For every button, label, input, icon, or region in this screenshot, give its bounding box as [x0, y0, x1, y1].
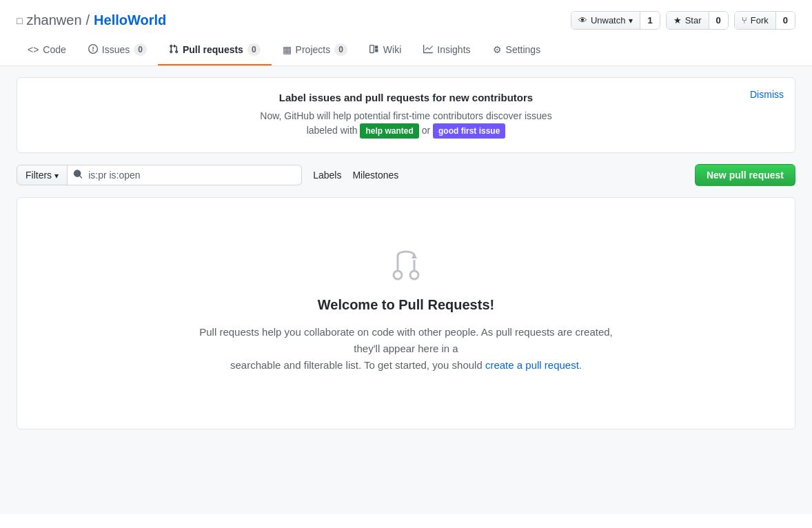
repo-header: □ zhanwen / HelloWorld 👁 Unwatch 1 ★ Sta… [0, 0, 812, 30]
tab-pull-requests[interactable]: Pull requests 0 [158, 35, 272, 65]
tab-insights[interactable]: Insights [412, 36, 481, 65]
new-pull-request-button[interactable]: New pull request [695, 164, 795, 186]
unwatch-label: Unwatch [591, 15, 626, 26]
unwatch-count[interactable]: 1 [640, 12, 659, 29]
repo-owner[interactable]: zhanwen [26, 12, 81, 28]
eye-icon: 👁 [578, 15, 587, 26]
help-wanted-label: help wanted [360, 123, 418, 139]
banner-text-before: Now, GitHub will help potential first-ti… [260, 110, 551, 121]
tab-projects[interactable]: ▦ Projects 0 [272, 35, 358, 65]
fork-count[interactable]: 0 [775, 12, 795, 29]
repo-title: □ zhanwen / HelloWorld [17, 12, 166, 28]
search-input[interactable] [68, 165, 302, 185]
banner-text-middle: labeled with [307, 125, 358, 136]
empty-state-description: Pull requests help you collaborate on co… [199, 324, 613, 374]
tab-issues[interactable]: Issues 0 [77, 35, 158, 65]
empty-desc-after: searchable and filterable list. To get s… [230, 359, 483, 371]
filters-chevron-icon [54, 170, 59, 181]
repo-icon: □ [17, 15, 22, 26]
pull-request-empty-icon [384, 239, 428, 283]
filters-label: Filters [26, 170, 52, 181]
star-button[interactable]: ★ Star [667, 12, 709, 29]
contributor-banner: Dismiss Label issues and pull requests f… [17, 77, 795, 153]
settings-icon: ⚙ [493, 44, 502, 55]
pull-request-icon [169, 44, 179, 56]
fork-icon: ⑂ [742, 15, 747, 26]
labels-link[interactable]: Labels [313, 170, 341, 181]
unwatch-button[interactable]: 👁 Unwatch [571, 12, 640, 29]
banner-text-or: or [422, 125, 430, 136]
empty-state: Welcome to Pull Requests! Pull requests … [17, 197, 795, 429]
repo-name[interactable]: HelloWorld [94, 12, 166, 28]
star-icon: ★ [673, 15, 682, 26]
dismiss-button[interactable]: Dismiss [750, 89, 784, 100]
repo-nav: <> Code Issues 0 Pull requests 0 ▦ Proje… [0, 35, 812, 66]
issues-badge: 0 [134, 43, 147, 56]
code-icon: <> [28, 44, 39, 55]
main-content: Dismiss Label issues and pull requests f… [0, 66, 812, 514]
empty-state-title: Welcome to Pull Requests! [34, 297, 778, 313]
projects-badge: 0 [334, 43, 347, 56]
filter-links: Labels Milestones [313, 170, 398, 181]
insights-icon [423, 44, 433, 56]
banner-title: Label issues and pull requests for new c… [34, 92, 778, 103]
star-group: ★ Star 0 [666, 11, 729, 30]
milestones-link[interactable]: Milestones [352, 170, 398, 181]
issues-icon [88, 44, 98, 56]
filters-button[interactable]: Filters [17, 165, 68, 185]
star-label: Star [685, 15, 702, 26]
search-container [68, 165, 302, 185]
tab-wiki[interactable]: Wiki [358, 36, 412, 65]
create-pr-link[interactable]: create a pull request [485, 359, 579, 371]
pr-badge: 0 [247, 43, 261, 56]
unwatch-group: 👁 Unwatch 1 [571, 11, 660, 30]
good-first-issue-label: good first issue [433, 123, 505, 139]
title-separator: / [86, 12, 90, 28]
empty-desc-end: . [579, 359, 582, 371]
chevron-down-icon [629, 15, 633, 26]
projects-icon: ▦ [283, 44, 292, 55]
tab-settings[interactable]: ⚙ Settings [482, 36, 552, 65]
fork-button[interactable]: ⑂ Fork [735, 12, 775, 29]
empty-desc-before: Pull requests help you collaborate on co… [199, 326, 613, 354]
svg-point-1 [410, 271, 418, 279]
wiki-icon [369, 44, 379, 56]
fork-group: ⑂ Fork 0 [734, 11, 795, 30]
star-count[interactable]: 0 [709, 12, 728, 29]
fork-label: Fork [751, 15, 769, 26]
tab-code[interactable]: <> Code [17, 36, 77, 65]
banner-text: Now, GitHub will help potential first-ti… [34, 109, 778, 139]
svg-point-0 [394, 271, 402, 279]
repo-actions: 👁 Unwatch 1 ★ Star 0 ⑂ Fork [565, 11, 795, 30]
filter-bar: Filters Labels Milestones New pull reque… [17, 164, 795, 186]
